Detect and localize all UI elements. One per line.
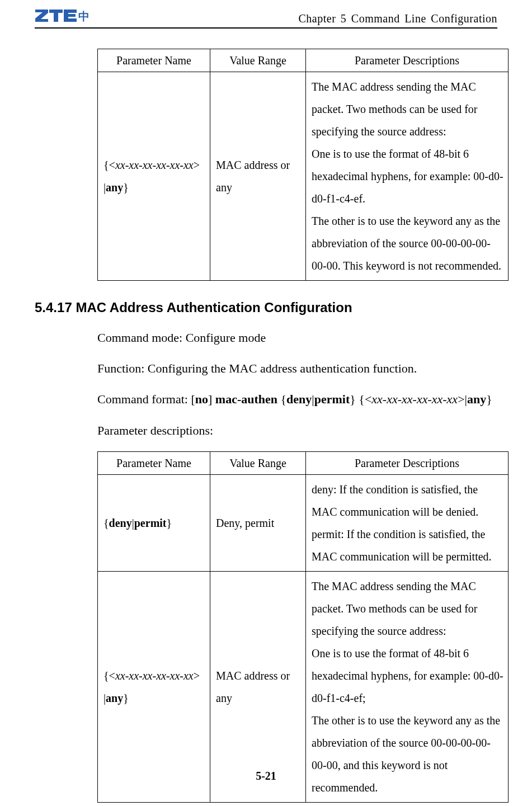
table-header-row: Parameter Name Value Range Parameter Des… (98, 451, 509, 474)
svg-text:中兴: 中兴 (78, 10, 90, 22)
td-description: The MAC address sending the MAC packet. … (306, 72, 509, 281)
parameter-table-1: Parameter Name Value Range Parameter Des… (97, 49, 509, 281)
td-param-name: {<xx-xx-xx-xx-xx-xx> |any} (98, 72, 210, 281)
page-header: 中兴 Chapter 5 Command Line Configuration (35, 8, 497, 26)
td-param-name: {<xx-xx-xx-xx-xx-xx> |any} (98, 571, 210, 802)
td-param-name: {deny|permit} (98, 474, 210, 571)
page-footer: 5-21 (0, 770, 532, 783)
th-descriptions: Parameter Descriptions (306, 49, 509, 72)
zte-logo-icon: 中兴 (35, 8, 90, 22)
parameter-table-2: Parameter Name Value Range Parameter Des… (97, 451, 509, 803)
table-row: {<xx-xx-xx-xx-xx-xx> |any} MAC address o… (98, 571, 509, 802)
parameter-descriptions-label: Parameter descriptions: (97, 421, 497, 440)
td-value-range: MAC address or any (210, 72, 306, 281)
chapter-title: Chapter 5 Command Line Configuration (299, 12, 498, 25)
th-descriptions: Parameter Descriptions (306, 451, 509, 474)
th-param-name: Parameter Name (98, 451, 210, 474)
command-format: Command format: [no] mac-authen {deny|pe… (97, 389, 497, 409)
command-mode: Command mode: Configure mode (97, 328, 497, 347)
table-row: {<xx-xx-xx-xx-xx-xx> |any} MAC address o… (98, 72, 509, 281)
th-value-range: Value Range (210, 451, 306, 474)
td-value-range: MAC address or any (210, 571, 306, 802)
logo: 中兴 (35, 8, 90, 25)
td-description: The MAC address sending the MAC packet. … (306, 571, 509, 802)
table-header-row: Parameter Name Value Range Parameter Des… (98, 49, 509, 72)
td-description: deny: If the condition is satisfied, the… (306, 474, 509, 571)
page-number: 5-21 (256, 770, 276, 782)
section-heading-5-4-17: 5.4.17 MAC Address Authentication Config… (35, 300, 497, 315)
th-value-range: Value Range (210, 49, 306, 72)
header-divider (35, 27, 497, 29)
function-text: Function: Configuring the MAC address au… (97, 359, 497, 378)
table-row: {deny|permit} Deny, permit deny: If the … (98, 474, 509, 571)
td-value-range: Deny, permit (210, 474, 306, 571)
th-param-name: Parameter Name (98, 49, 210, 72)
